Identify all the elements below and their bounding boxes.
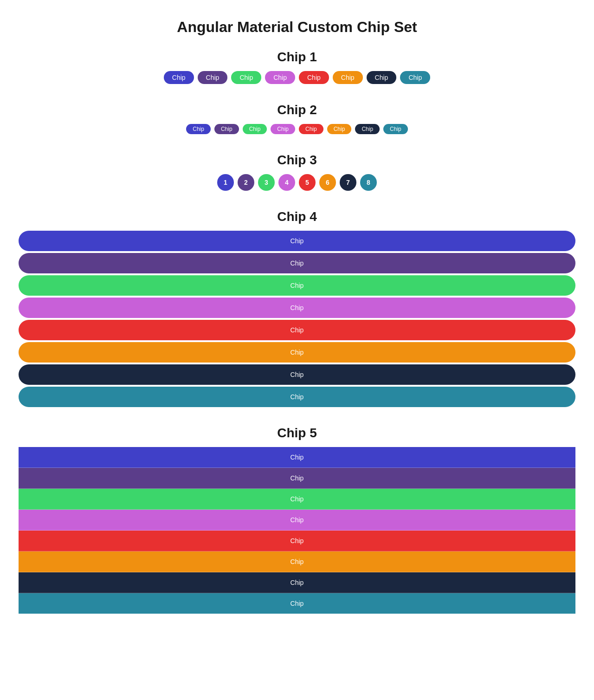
chip3-item-7[interactable]: 8 bbox=[360, 174, 377, 191]
chip1-title: Chip 1 bbox=[19, 50, 575, 65]
chip4-item-1[interactable]: Chip bbox=[19, 253, 575, 273]
chip2-section: Chip 2 ChipChipChipChipChipChipChipChip bbox=[19, 103, 575, 134]
chip4-section: Chip 4 ChipChipChipChipChipChipChipChip bbox=[19, 209, 575, 407]
chip2-item-6[interactable]: Chip bbox=[355, 124, 380, 134]
chip2-row: ChipChipChipChipChipChipChipChip bbox=[19, 124, 575, 134]
chip4-item-4[interactable]: Chip bbox=[19, 320, 575, 340]
chip2-item-0[interactable]: Chip bbox=[186, 124, 211, 134]
chip4-item-0[interactable]: Chip bbox=[19, 231, 575, 251]
chip4-item-6[interactable]: Chip bbox=[19, 364, 575, 385]
chip2-item-5[interactable]: Chip bbox=[327, 124, 352, 134]
chip5-item-5[interactable]: Chip bbox=[19, 551, 575, 572]
chip3-item-2[interactable]: 3 bbox=[258, 174, 275, 191]
chip3-section: Chip 3 12345678 bbox=[19, 153, 575, 191]
chip3-item-0[interactable]: 1 bbox=[217, 174, 234, 191]
chip3-item-6[interactable]: 7 bbox=[340, 174, 356, 191]
chip4-item-7[interactable]: Chip bbox=[19, 387, 575, 407]
chip2-item-3[interactable]: Chip bbox=[271, 124, 295, 134]
chip5-title: Chip 5 bbox=[19, 426, 575, 441]
chip3-title: Chip 3 bbox=[19, 153, 575, 168]
chip2-item-4[interactable]: Chip bbox=[299, 124, 323, 134]
chip1-item-5[interactable]: Chip bbox=[333, 71, 363, 84]
chip5-item-1[interactable]: Chip bbox=[19, 468, 575, 489]
chip4-item-2[interactable]: Chip bbox=[19, 275, 575, 296]
chip5-item-0[interactable]: Chip bbox=[19, 447, 575, 468]
chip5-item-2[interactable]: Chip bbox=[19, 489, 575, 510]
chip1-item-4[interactable]: Chip bbox=[299, 71, 329, 84]
chip5-section: Chip 5 ChipChipChipChipChipChipChipChip bbox=[19, 426, 575, 614]
chip3-row: 12345678 bbox=[19, 174, 575, 191]
chip3-item-3[interactable]: 4 bbox=[278, 174, 295, 191]
chip4-item-5[interactable]: Chip bbox=[19, 342, 575, 363]
chip4-list: ChipChipChipChipChipChipChipChip bbox=[19, 231, 575, 407]
chip1-section: Chip 1 ChipChipChipChipChipChipChipChip bbox=[19, 50, 575, 84]
chip4-item-3[interactable]: Chip bbox=[19, 298, 575, 318]
chip3-item-5[interactable]: 6 bbox=[319, 174, 336, 191]
chip5-item-6[interactable]: Chip bbox=[19, 572, 575, 593]
chip5-item-4[interactable]: Chip bbox=[19, 531, 575, 551]
chip1-item-1[interactable]: Chip bbox=[198, 71, 228, 84]
chip1-item-7[interactable]: Chip bbox=[400, 71, 430, 84]
chip5-item-3[interactable]: Chip bbox=[19, 510, 575, 531]
chip1-item-6[interactable]: Chip bbox=[367, 71, 397, 84]
page-title: Angular Material Custom Chip Set bbox=[19, 19, 575, 36]
chip5-item-7[interactable]: Chip bbox=[19, 593, 575, 614]
chip1-item-0[interactable]: Chip bbox=[164, 71, 194, 84]
chip2-item-7[interactable]: Chip bbox=[383, 124, 408, 134]
chip2-item-1[interactable]: Chip bbox=[214, 124, 239, 134]
chip2-item-2[interactable]: Chip bbox=[243, 124, 267, 134]
chip2-title: Chip 2 bbox=[19, 103, 575, 117]
chip3-item-1[interactable]: 2 bbox=[238, 174, 254, 191]
chip1-item-2[interactable]: Chip bbox=[231, 71, 261, 84]
chip4-title: Chip 4 bbox=[19, 209, 575, 224]
chip5-list: ChipChipChipChipChipChipChipChip bbox=[19, 447, 575, 614]
chip3-item-4[interactable]: 5 bbox=[299, 174, 316, 191]
chip1-item-3[interactable]: Chip bbox=[265, 71, 295, 84]
chip1-row: ChipChipChipChipChipChipChipChip bbox=[19, 71, 575, 84]
